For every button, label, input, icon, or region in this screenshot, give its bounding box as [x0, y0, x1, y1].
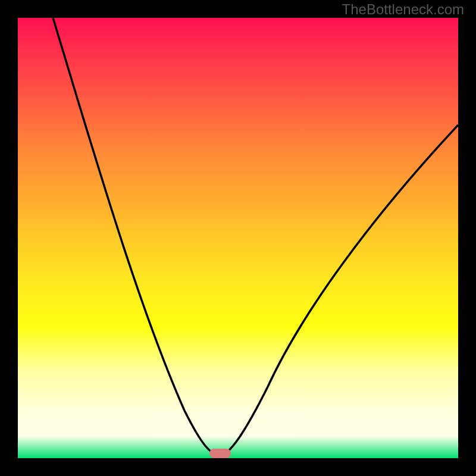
bottleneck-chart: [18, 18, 458, 458]
optimal-marker: [209, 449, 231, 458]
attribution-label: TheBottleneck.com: [342, 1, 464, 18]
curve-svg: [18, 18, 458, 458]
bottleneck-curve-path: [53, 18, 458, 455]
